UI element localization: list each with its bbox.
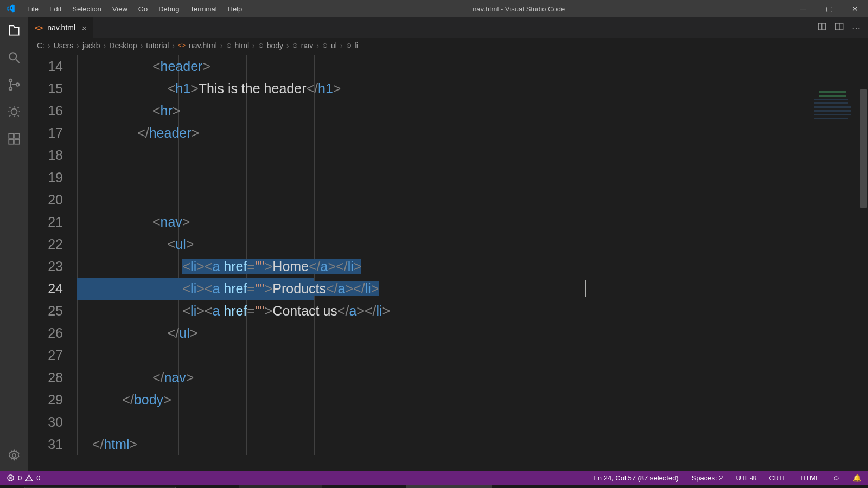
svg-point-0 — [9, 53, 16, 60]
html-file-icon: <> — [35, 24, 43, 32]
minimap[interactable] — [809, 91, 858, 156]
tab-close-icon[interactable]: × — [82, 23, 87, 33]
more-actions-icon[interactable]: ⋯ — [852, 23, 860, 33]
menu-view[interactable]: View — [107, 5, 133, 13]
status-indentation[interactable]: Spaces: 2 — [692, 474, 723, 482]
menu-help[interactable]: Help — [222, 5, 248, 13]
debug-icon[interactable] — [7, 104, 22, 119]
compare-changes-icon[interactable] — [817, 22, 827, 34]
breadcrumb-dom[interactable]: body — [267, 41, 283, 50]
svg-rect-5 — [9, 133, 14, 138]
settings-gear-icon[interactable] — [7, 448, 22, 463]
breadcrumb-dom[interactable]: nav — [301, 41, 314, 50]
breadcrumb-seg[interactable]: Users — [54, 41, 74, 50]
svg-point-1 — [9, 79, 12, 82]
taskbar-app-chrome[interactable]: Navigation - Googl... — [239, 485, 322, 488]
breadcrumb-dom[interactable]: html — [235, 41, 249, 50]
svg-point-9 — [12, 454, 16, 458]
tab-label: nav.html — [47, 23, 75, 32]
taskbar-app-explorer[interactable]: 📁 tutorial — [363, 485, 406, 488]
extensions-icon[interactable] — [7, 131, 22, 146]
scroll-thumb[interactable] — [860, 89, 867, 208]
status-bell-icon[interactable]: 🔔 — [853, 474, 861, 482]
source-control-icon[interactable] — [7, 77, 22, 92]
svg-rect-6 — [15, 133, 20, 138]
svg-rect-8 — [15, 139, 20, 144]
search-icon[interactable] — [7, 50, 22, 65]
start-button[interactable] — [0, 485, 24, 488]
status-problems[interactable]: 0 0 — [7, 474, 40, 482]
svg-point-2 — [9, 87, 12, 90]
element-icon: ⊙ — [226, 42, 232, 49]
menu-selection[interactable]: Selection — [67, 5, 106, 13]
element-icon: ⊙ — [322, 42, 328, 49]
code-content[interactable]: <header> <h1>This is the header</h1> <hr… — [77, 53, 868, 471]
close-button[interactable]: ✕ — [842, 0, 868, 17]
cortana-icon[interactable] — [180, 485, 199, 488]
menu-debug[interactable]: Debug — [153, 5, 184, 13]
breadcrumb-dom[interactable]: ul — [331, 41, 337, 50]
svg-point-3 — [16, 83, 19, 86]
svg-rect-7 — [9, 139, 14, 144]
status-eol[interactable]: CRLF — [769, 474, 787, 482]
editor-tabs: <> nav.html × ⋯ — [28, 17, 868, 38]
minimize-button[interactable]: ─ — [790, 0, 816, 17]
menu-terminal[interactable]: Terminal — [184, 5, 222, 13]
menu-go[interactable]: Go — [133, 5, 153, 13]
breadcrumb-dom[interactable]: li — [355, 41, 358, 50]
windows-taskbar: Type here to search Ai Navigation - Goog… — [0, 485, 868, 488]
menu-file[interactable]: File — [22, 5, 44, 13]
breadcrumb-seg[interactable]: C: — [37, 41, 44, 50]
title-bar: File Edit Selection View Go Debug Termin… — [0, 0, 868, 17]
menu-bar: File Edit Selection View Go Debug Termin… — [22, 5, 247, 13]
breadcrumb-seg[interactable]: Desktop — [109, 41, 137, 50]
breadcrumb[interactable]: C:› Users› jackb› Desktop› tutorial› <> … — [28, 38, 868, 53]
taskbar-app-opera[interactable] — [342, 485, 363, 488]
status-cursor-position[interactable]: Ln 24, Col 57 (87 selected) — [594, 474, 679, 482]
warning-count: 0 — [36, 474, 40, 482]
line-number-gutter: 141516171819202122232425262728293031 — [28, 53, 77, 471]
element-icon: ⊙ — [258, 42, 264, 49]
status-language[interactable]: HTML — [800, 474, 819, 482]
status-feedback-icon[interactable]: ☺ — [833, 474, 840, 482]
element-icon: ⊙ — [346, 42, 352, 49]
activity-bar — [0, 17, 28, 471]
svg-rect-10 — [818, 23, 821, 30]
taskbar-app-vscode[interactable]: nav.html - Visual St... — [406, 485, 491, 488]
maximize-button[interactable]: ▢ — [816, 0, 842, 17]
taskbar-app-photoshop[interactable]: Ps — [322, 485, 342, 488]
svg-rect-11 — [822, 23, 826, 30]
breadcrumb-file[interactable]: nav.html — [189, 41, 217, 50]
element-icon: ⊙ — [292, 42, 298, 49]
breadcrumb-seg[interactable]: tutorial — [146, 41, 169, 50]
taskbar-app-obs[interactable]: OBS 24.0.3 (64-bit, ... — [492, 485, 578, 488]
explorer-icon[interactable] — [7, 23, 22, 38]
menu-edit[interactable]: Edit — [44, 5, 67, 13]
vscode-logo-icon — [0, 4, 22, 14]
tab-nav-html[interactable]: <> nav.html × — [28, 17, 94, 38]
split-editor-icon[interactable] — [834, 22, 844, 34]
window-title: nav.html - Visual Studio Code — [247, 5, 790, 13]
vertical-scrollbar[interactable] — [859, 89, 868, 471]
task-view-icon[interactable] — [199, 485, 218, 488]
error-count: 0 — [18, 474, 22, 482]
breadcrumb-seg[interactable]: jackb — [82, 41, 100, 50]
status-bar: 0 0 Ln 24, Col 57 (87 selected) Spaces: … — [0, 471, 868, 485]
status-encoding[interactable]: UTF-8 — [736, 474, 756, 482]
taskbar-app-illustrator[interactable]: Ai — [218, 485, 239, 488]
html-file-icon: <> — [178, 42, 186, 49]
svg-point-4 — [11, 109, 17, 115]
code-editor[interactable]: 141516171819202122232425262728293031 <he… — [28, 53, 868, 471]
